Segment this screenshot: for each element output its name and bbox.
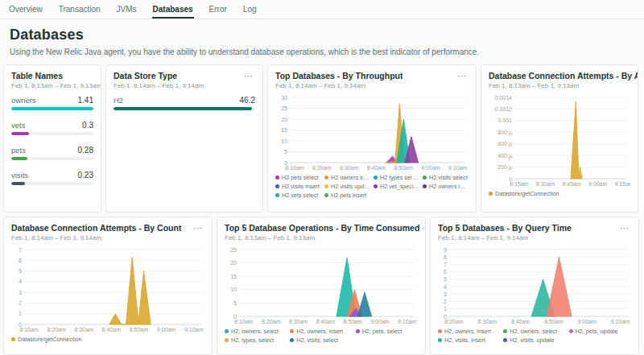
svg-text:800 µ: 800 µ	[497, 130, 512, 136]
card-title: Top 5 Database Operations - By Time Cons…	[225, 223, 419, 233]
legend-item[interactable]: H2, types, select	[225, 336, 287, 344]
card-menu-button[interactable]: ⋯	[191, 223, 204, 233]
svg-text:9:10am: 9:10am	[448, 165, 468, 171]
svg-text:8:30am: 8:30am	[75, 327, 94, 332]
legend-dot	[423, 184, 427, 188]
legend-dot	[275, 175, 279, 180]
legend-item[interactable]: H2, owners, select	[225, 328, 287, 335]
legend-dot	[11, 337, 15, 341]
svg-text:20: 20	[230, 260, 237, 266]
svg-text:8:15am: 8:15am	[510, 181, 529, 187]
legend-item[interactable]: Datastore/getConnection	[11, 336, 204, 343]
legend-item[interactable]: H2, pets, update	[569, 328, 631, 335]
card-title: Table Names	[11, 71, 101, 80]
svg-text:400 µ: 400 µ	[497, 153, 512, 159]
tab-overview[interactable]: Overview	[8, 1, 43, 19]
metric-row: vets0.3	[11, 121, 93, 135]
svg-text:8:45am: 8:45am	[562, 181, 581, 187]
legend-item[interactable]: H2 visits insert	[275, 183, 321, 190]
svg-text:8:20am: 8:20am	[312, 165, 332, 171]
metric-bar	[11, 182, 93, 185]
legend-label: H2, visits, insert	[444, 336, 485, 344]
page-header: Databases Using the New Relic Java agent…	[0, 19, 644, 61]
legend-label: H2 vet_speciali…	[380, 183, 419, 190]
legend-item[interactable]: Datastore/getConnection	[489, 190, 630, 197]
svg-text:1: 1	[19, 311, 22, 316]
legend-label: H2 pets select	[282, 174, 319, 181]
svg-text:5: 5	[233, 300, 237, 306]
svg-text:10: 10	[281, 138, 287, 144]
legend-item[interactable]: H2 vet_speciali…	[374, 183, 419, 190]
legend-item[interactable]: H2 pets select	[275, 174, 321, 181]
legend-item[interactable]: H2 visits update	[324, 183, 370, 190]
svg-text:8:30am: 8:30am	[340, 165, 359, 171]
legend-item[interactable]: H2, owners, insert	[290, 328, 352, 335]
tab-transaction[interactable]: Transaction	[58, 1, 101, 19]
chart-legend: Datastore/getConnection	[11, 336, 204, 343]
svg-text:2: 2	[19, 300, 22, 306]
svg-text:8:10am: 8:10am	[19, 327, 39, 332]
legend-dot	[324, 175, 328, 180]
legend-label: H2 visits select	[429, 174, 468, 181]
svg-text:8:10am: 8:10am	[285, 165, 304, 171]
svg-text:8:50am: 8:50am	[544, 319, 564, 324]
svg-text:7: 7	[444, 262, 447, 267]
legend-label: H2 vets select	[282, 192, 318, 199]
legend-item[interactable]: H2 vets select	[275, 192, 321, 199]
svg-text:9:10am: 9:10am	[611, 319, 630, 324]
card-menu-button[interactable]: ⋯	[617, 223, 631, 233]
svg-text:8:30am: 8:30am	[478, 319, 497, 324]
svg-text:15: 15	[281, 127, 287, 133]
svg-text:0.0014: 0.0014	[495, 95, 513, 101]
legend-label: H2 visits update	[331, 183, 370, 190]
svg-text:8:50am: 8:50am	[343, 319, 362, 324]
card-menu-button[interactable]: ⋯	[242, 71, 255, 80]
metric-row: H246.2	[114, 96, 255, 110]
svg-text:9:00am: 9:00am	[577, 319, 597, 324]
svg-text:9:15am: 9:15am	[615, 181, 630, 187]
legend-item[interactable]: H2 owners select	[324, 174, 370, 181]
legend-dot	[423, 175, 427, 180]
legend-item[interactable]: H2, visits, update	[503, 336, 565, 344]
svg-text:9:00am: 9:00am	[370, 319, 390, 324]
metric-bar	[11, 157, 93, 160]
legend-item[interactable]: H2 visits select	[423, 174, 469, 181]
legend-item[interactable]: H2, visits, select	[290, 336, 352, 344]
metric-value: 1.41	[78, 96, 93, 105]
legend-item[interactable]: H2, pets, select	[356, 328, 418, 335]
dashboard-grid: Table Names Feb 1, 8:13am – Feb 1, 9:13a…	[0, 61, 644, 355]
metric-label: vets	[11, 121, 25, 130]
tab-log[interactable]: Log	[242, 1, 258, 19]
legend-dot	[503, 338, 507, 342]
tab-databases[interactable]: Databases	[152, 1, 194, 19]
legend-item[interactable]: H2, owners, insert	[438, 328, 500, 335]
card-menu-button[interactable]: ⋯	[419, 223, 426, 233]
legend-item[interactable]: H2 pets insert	[324, 192, 370, 199]
svg-text:8:40am: 8:40am	[511, 319, 530, 324]
card-time-range: Feb 1, 8:13am – Feb 1, 9:13am	[225, 234, 419, 241]
card-menu-button[interactable]: ⋯	[455, 71, 469, 80]
legend-item[interactable]: H2 owners insert	[423, 183, 469, 190]
card-title: Top 5 Databases - By Query Time	[438, 223, 572, 233]
legend-item[interactable]: H2, visits, insert	[438, 336, 500, 344]
legend-dot	[324, 193, 328, 197]
svg-text:8:40am: 8:40am	[367, 165, 386, 171]
metric-list: owners1.41vets0.3pets0.28visits0.23	[11, 96, 93, 185]
legend-dot	[503, 329, 507, 333]
svg-text:8: 8	[444, 254, 447, 260]
legend-item[interactable]: H2, owners, select	[503, 328, 565, 335]
card-time-range: Feb 1, 8:14am – Feb 1, 9:14am	[438, 234, 572, 241]
metric-bar	[11, 107, 93, 110]
svg-text:2: 2	[444, 299, 447, 304]
connection-average-chart: 0.00140.00120.001800 µ600 µ400 µ200 µ08:…	[489, 94, 630, 188]
legend-dot	[374, 184, 378, 188]
svg-text:8:20am: 8:20am	[47, 327, 66, 332]
tab-jvms[interactable]: JVMs	[116, 1, 138, 19]
legend-label: H2 owners select	[331, 174, 370, 181]
legend-item[interactable]: H2 types select	[374, 174, 419, 181]
legend-dot	[275, 193, 279, 197]
legend-dot	[356, 329, 360, 333]
card-title: Database Connection Attempts - By Count	[11, 223, 181, 233]
tab-error[interactable]: Error	[208, 1, 228, 19]
metric-value: 0.23	[78, 171, 93, 180]
